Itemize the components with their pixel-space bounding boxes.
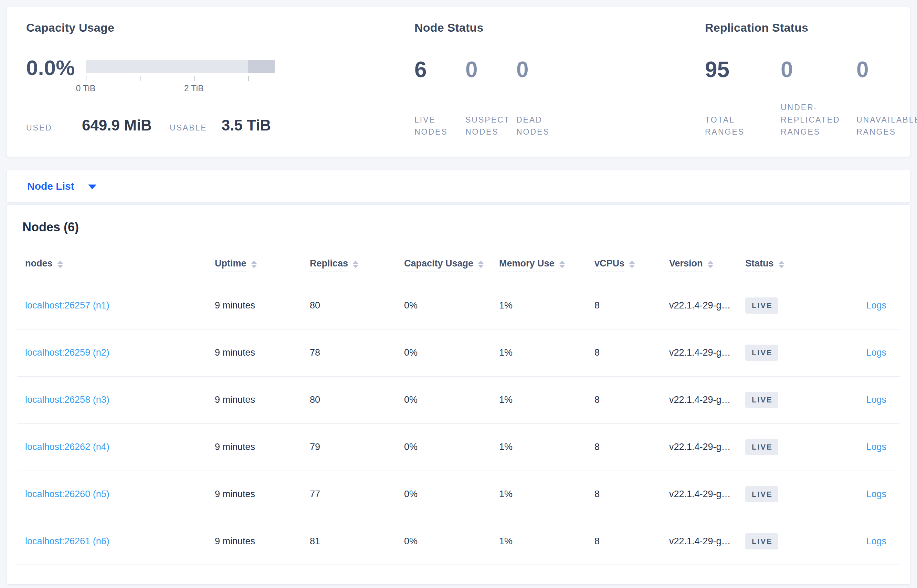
used-value: 649.9 MiB — [82, 118, 152, 133]
memory-use-cell: 1% — [499, 489, 594, 499]
node-link[interactable]: localhost:26259 (n2) — [25, 347, 110, 358]
logs-link[interactable]: Logs — [866, 300, 886, 310]
vcpus-cell: 8 — [594, 300, 669, 311]
suspect-nodes-label: SUSPECT NODES — [465, 114, 510, 138]
capacity-usage-cell: 0% — [404, 347, 499, 358]
memory-use-cell: 1% — [499, 347, 594, 358]
header-vcpus-label: vCPUs — [594, 258, 625, 272]
logs-link[interactable]: Logs — [866, 347, 886, 358]
version-cell: v22.1.4-29-g… — [669, 489, 745, 499]
replication-status-title: Replication Status — [705, 21, 917, 34]
vcpus-cell: 8 — [594, 536, 669, 547]
header-uptime-label: Uptime — [215, 258, 247, 272]
unavailable-ranges-label: UNAVAILABLE RANGES — [856, 114, 917, 138]
table-row-n3: localhost:26258 (n3) 9 minutes 80 0% 1% … — [17, 376, 900, 424]
vcpus-cell: 8 — [594, 442, 669, 452]
header-memory-use[interactable]: Memory Use — [499, 258, 594, 272]
header-nodes-label: nodes — [25, 258, 53, 272]
uptime-cell: 9 minutes — [215, 300, 310, 311]
logs-link[interactable]: Logs — [866, 536, 886, 546]
axis-label-2tib: 2 TiB — [184, 83, 204, 93]
node-status-section: Node Status 6 LIVE NODES 0 SUSPECT NODES… — [415, 21, 705, 157]
sort-icon — [478, 261, 484, 268]
capacity-usage-cell: 0% — [404, 394, 499, 405]
node-link[interactable]: localhost:26260 (n5) — [25, 489, 110, 499]
version-cell: v22.1.4-29-g… — [669, 347, 745, 358]
nodes-table-title: Nodes (6) — [16, 220, 900, 234]
usable-label: USABLE — [170, 123, 207, 132]
sort-icon — [629, 261, 635, 268]
logs-link[interactable]: Logs — [866, 489, 886, 499]
sort-icon — [779, 261, 784, 268]
capacity-usage-title: Capacity Usage — [26, 21, 415, 34]
uptime-cell: 9 minutes — [215, 394, 310, 405]
under-replicated-ranges-label: UNDER- REPLICATED RANGES — [781, 102, 849, 138]
status-badge: LIVE — [745, 439, 778, 455]
axis-tick-0 — [86, 76, 86, 81]
version-cell: v22.1.4-29-g… — [669, 536, 745, 547]
total-ranges-label: TOTAL RANGES — [705, 114, 774, 138]
dead-nodes-label: DEAD NODES — [516, 114, 561, 138]
uptime-cell: 9 minutes — [215, 489, 310, 499]
axis-label-0tib: 0 TiB — [76, 83, 96, 93]
capacity-axis: 0 TiB 2 TiB — [86, 73, 275, 93]
capacity-usage-cell: 0% — [404, 536, 499, 547]
capacity-usage-cell: 0% — [404, 489, 499, 499]
vcpus-cell: 8 — [594, 394, 669, 405]
under-replicated-ranges-value: 0 — [781, 58, 849, 81]
table-row-n4: localhost:26262 (n4) 9 minutes 79 0% 1% … — [17, 424, 900, 471]
header-uptime[interactable]: Uptime — [215, 258, 310, 272]
version-cell: v22.1.4-29-g… — [669, 300, 745, 311]
node-status-title: Node Status — [415, 21, 705, 34]
node-link[interactable]: localhost:26262 (n4) — [25, 442, 110, 452]
usable-value: 3.5 TiB — [222, 118, 271, 133]
table-row-n5: localhost:26260 (n5) 9 minutes 77 0% 1% … — [17, 471, 900, 518]
suspect-nodes-stat: 0 SUSPECT NODES — [465, 58, 510, 138]
header-capacity-usage[interactable]: Capacity Usage — [404, 258, 499, 272]
sort-icon — [251, 261, 257, 268]
header-version-label: Version — [669, 258, 703, 272]
replicas-cell: 80 — [310, 394, 404, 405]
live-nodes-label: LIVE NODES — [415, 114, 459, 138]
header-status[interactable]: Status — [745, 258, 836, 272]
node-list-dropdown-label: Node List — [27, 180, 74, 192]
capacity-bar-reserved-segment — [248, 60, 275, 73]
node-link[interactable]: localhost:26257 (n1) — [25, 300, 110, 310]
live-nodes-stat: 6 LIVE NODES — [415, 58, 459, 138]
capacity-bar — [86, 60, 275, 73]
header-replicas[interactable]: Replicas — [310, 258, 404, 272]
node-link[interactable]: localhost:26261 (n6) — [25, 536, 110, 546]
status-badge: LIVE — [745, 297, 778, 313]
nodes-table-card: Nodes (6) nodes Uptime Replicas — [6, 205, 911, 585]
replicas-cell: 80 — [310, 300, 404, 311]
sort-icon — [708, 261, 713, 268]
header-vcpus[interactable]: vCPUs — [594, 258, 669, 272]
table-row-n6: localhost:26261 (n6) 9 minutes 81 0% 1% … — [17, 518, 900, 565]
dead-nodes-value: 0 — [516, 58, 561, 81]
header-capacity-usage-label: Capacity Usage — [404, 258, 473, 272]
node-list-dropdown[interactable]: Node List — [27, 180, 96, 192]
status-badge: LIVE — [745, 392, 778, 408]
node-link[interactable]: localhost:26258 (n3) — [25, 394, 110, 405]
version-cell: v22.1.4-29-g… — [669, 394, 745, 405]
nodes-table: nodes Uptime Replicas Capacity Usage — [17, 248, 900, 565]
memory-use-cell: 1% — [499, 536, 594, 547]
sort-icon — [58, 261, 63, 268]
sort-icon — [559, 261, 565, 268]
axis-tick-2 — [194, 76, 194, 81]
axis-tick-1 — [140, 76, 140, 81]
table-row-n2: localhost:26259 (n2) 9 minutes 78 0% 1% … — [17, 330, 900, 376]
logs-link[interactable]: Logs — [866, 394, 886, 405]
capacity-usage-section: Capacity Usage 0.0% 0 TiB 2 TiB USED 649… — [26, 21, 415, 157]
used-label: USED — [26, 123, 52, 132]
header-nodes[interactable]: nodes — [17, 258, 215, 272]
vcpus-cell: 8 — [594, 347, 669, 358]
replicas-cell: 81 — [310, 536, 404, 547]
chevron-down-icon — [88, 184, 96, 189]
header-version[interactable]: Version — [669, 258, 745, 272]
capacity-usage-cell: 0% — [404, 442, 499, 452]
table-row-n1: localhost:26257 (n1) 9 minutes 80 0% 1% … — [17, 282, 900, 330]
logs-link[interactable]: Logs — [866, 442, 886, 452]
status-badge: LIVE — [745, 486, 778, 502]
status-badge: LIVE — [745, 533, 778, 549]
